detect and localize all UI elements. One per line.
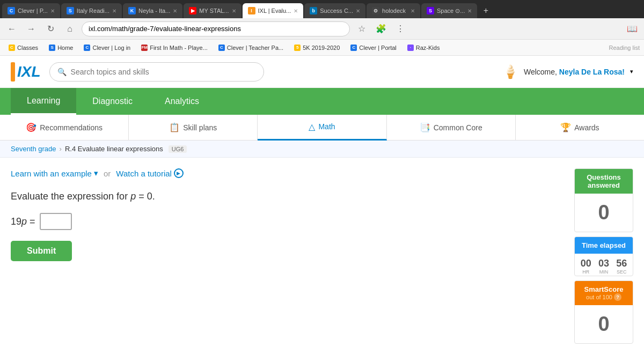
tab-favicon-italy: S <box>67 7 74 14</box>
tab-close-success[interactable]: ✕ <box>356 8 360 14</box>
awards-label: Awards <box>574 123 599 132</box>
question-text: Evaluate the expression for p = 0. <box>11 191 564 202</box>
sub-nav-awards[interactable]: 🏆 Awards <box>516 115 644 141</box>
tab-favicon-ixl: I <box>248 7 255 14</box>
bookmark-label-clever-teacher: Clever | Teacher Pa... <box>227 45 283 51</box>
smart-value: 0 <box>575 305 633 343</box>
search-input[interactable] <box>71 68 256 76</box>
tab-close-mystal[interactable]: ✕ <box>232 8 236 14</box>
bookmark-favicon-5k: 5 <box>294 45 301 51</box>
learn-example-label: Learn with an example <box>11 169 92 178</box>
tab-favicon-space: S <box>427 7 434 14</box>
header-right: 🍦 Welcome, Neyla De La Rosa! ▾ <box>502 64 633 79</box>
nav-learning[interactable]: Learning <box>11 88 76 115</box>
time-card: Time elapsed 00 HR 03 MIN 56 SEC <box>574 237 633 276</box>
sub-nav-common-core[interactable]: 📑 Common Core <box>387 115 516 141</box>
tab-label-holodeck: holodeck <box>382 8 406 14</box>
ixl-logo[interactable]: IXL <box>11 62 41 82</box>
main-content: Learn with an example ▾ or Watch a tutor… <box>0 158 644 362</box>
nav-diagnostic[interactable]: Diagnostic <box>76 88 149 115</box>
welcome-text: Welcome, Neyla De La Rosa! <box>524 68 625 76</box>
reload-button[interactable]: ↻ <box>43 21 58 36</box>
sub-nav-recommendations[interactable]: 🎯 Recommendations <box>0 115 129 141</box>
tab-close-clever-p[interactable]: ✕ <box>50 8 55 14</box>
time-sec-value: 56 <box>613 258 631 269</box>
bookmark-favicon-classes: C <box>9 45 15 51</box>
equation-left: 19p = <box>11 216 35 227</box>
questions-value: 0 <box>575 194 633 232</box>
right-panel: Questions answered 0 Time elapsed 00 HR … <box>574 168 633 361</box>
home-button[interactable]: ⌂ <box>62 21 77 36</box>
questions-header: Questions answered <box>575 169 633 194</box>
time-header: Time elapsed <box>575 237 633 254</box>
nav-analytics[interactable]: Analytics <box>149 88 215 115</box>
bookmark-bar: C Classes S Home C Clever | Log in FM Fi… <box>0 40 644 56</box>
nav-bar: Learning Diagnostic Analytics <box>0 88 644 115</box>
math-label: Math <box>318 122 335 131</box>
bookmark-clever-portal[interactable]: C Clever | Portal <box>346 43 401 52</box>
reading-list-button[interactable]: 📖 <box>625 21 640 36</box>
address-input[interactable] <box>82 21 350 36</box>
question-stem: Evaluate the expression for <box>11 191 128 202</box>
time-sec-unit: 56 SEC <box>613 258 631 275</box>
time-hr-unit: 00 HR <box>577 258 595 275</box>
breadcrumb-separator: › <box>60 145 62 153</box>
tab-close-neyla[interactable]: ✕ <box>173 8 177 14</box>
tab-success[interactable]: b Success C... ✕ <box>304 3 365 18</box>
submit-button[interactable]: Submit <box>11 241 72 261</box>
smart-sub: out of 100 ? <box>580 293 627 301</box>
skill-plans-label: Skill plans <box>183 123 217 132</box>
bookmark-5k[interactable]: 5 5K 2019-2020 <box>290 43 344 52</box>
bookmark-clever-login[interactable]: C Clever | Log in <box>79 43 135 52</box>
bookmark-favicon-clever-login: C <box>84 45 90 51</box>
tab-close-holodeck[interactable]: ✕ <box>411 8 415 14</box>
time-row: 00 HR 03 MIN 56 SEC <box>575 254 633 276</box>
tab-space[interactable]: S Space ⊙... ✕ <box>421 3 477 18</box>
time-hr-label: HR <box>577 269 595 275</box>
user-menu-chevron[interactable]: ▾ <box>630 68 633 75</box>
bookmark-clever-teacher[interactable]: C Clever | Teacher Pa... <box>214 43 288 52</box>
answer-input[interactable] <box>40 213 72 230</box>
bookmark-button[interactable]: ☆ <box>354 21 369 36</box>
reading-list-label: Reading list <box>609 45 640 51</box>
variable-label: p <box>130 191 136 202</box>
bookmark-favicon-home: S <box>49 45 55 51</box>
bookmark-classes[interactable]: C Classes <box>4 43 42 52</box>
watch-tutorial-button[interactable]: Watch a tutorial ▶ <box>116 168 184 178</box>
breadcrumb-parent[interactable]: Seventh grade <box>11 145 56 153</box>
tab-bar: C Clever | P... ✕ S Italy Readi... ✕ K N… <box>0 0 644 18</box>
tab-close-ixl[interactable]: ✕ <box>294 8 298 14</box>
watch-tutorial-label: Watch a tutorial <box>116 169 172 178</box>
bookmark-raz-kids[interactable]: · Raz-Kids <box>403 43 444 52</box>
tab-neyla[interactable]: K Neyla - Ita... ✕ <box>123 3 182 18</box>
address-bar: ← → ↻ ⌂ ☆ 🧩 ⋮ 📖 <box>0 18 644 40</box>
tab-italy[interactable]: S Italy Readi... ✕ <box>61 3 122 18</box>
tab-ixl[interactable]: I IXL | Evalu... ✕ <box>243 3 304 18</box>
forward-button[interactable]: → <box>24 21 39 36</box>
bookmark-home[interactable]: S Home <box>45 43 77 52</box>
sub-nav: 🎯 Recommendations 📋 Skill plans △ Math 📑… <box>0 115 644 141</box>
bookmark-favicon-clever-portal: C <box>350 45 357 51</box>
bookmark-label-clever-login: Clever | Log in <box>92 45 130 51</box>
tab-close-italy[interactable]: ✕ <box>112 8 116 14</box>
tab-holodeck[interactable]: ⊙ holodeck ✕ <box>367 3 420 18</box>
smart-help-icon[interactable]: ? <box>614 293 621 301</box>
menu-button[interactable]: ⋮ <box>393 21 408 36</box>
sub-nav-skill-plans[interactable]: 📋 Skill plans <box>129 115 258 141</box>
tab-label-italy: Italy Readi... <box>77 8 109 14</box>
tab-close-space[interactable]: ✕ <box>467 8 472 14</box>
content-area: Learn with an example ▾ or Watch a tutor… <box>11 168 564 361</box>
bookmark-first-math[interactable]: FM First In Math - Playe... <box>137 43 212 52</box>
sub-nav-math[interactable]: △ Math <box>258 115 386 141</box>
tab-add-button[interactable]: + <box>478 3 493 18</box>
awards-icon: 🏆 <box>560 122 571 132</box>
time-min-value: 03 <box>595 258 612 269</box>
tab-favicon-mystal: ▶ <box>189 7 196 14</box>
extensions-button[interactable]: 🧩 <box>374 21 389 36</box>
bookmark-label-home: Home <box>57 45 73 51</box>
learn-example-button[interactable]: Learn with an example ▾ <box>11 168 98 178</box>
tab-clever-p[interactable]: C Clever | P... ✕ <box>2 3 60 18</box>
back-button[interactable]: ← <box>4 21 19 36</box>
bookmark-favicon-first-math: FM <box>141 45 148 51</box>
tab-mystal[interactable]: ▶ MY STAL... ✕ <box>184 3 241 18</box>
